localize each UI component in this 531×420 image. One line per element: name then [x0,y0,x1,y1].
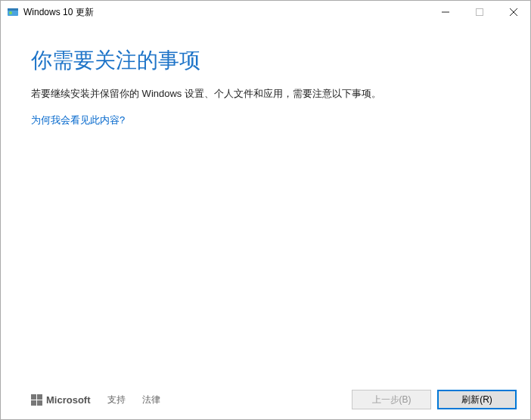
svg-rect-4 [476,9,483,16]
window-frame: Windows 10 更新 你需要关注的事项 若要继续安装并保留你的 Windo… [0,0,531,420]
microsoft-logo-text: Microsoft [46,394,91,406]
microsoft-logo: Microsoft [31,394,91,406]
back-button: 上一步(B) [352,390,431,409]
svg-point-2 [9,11,12,14]
help-link[interactable]: 为何我会看见此内容? [31,114,125,127]
content-area: 你需要关注的事项 若要继续安装并保留你的 Windows 设置、个人文件和应用，… [1,23,530,380]
titlebar: Windows 10 更新 [1,1,530,23]
legal-link[interactable]: 法律 [142,394,160,406]
window-title: Windows 10 更新 [23,6,428,19]
svg-rect-1 [8,8,18,11]
app-icon [7,6,19,18]
close-button[interactable] [496,1,530,23]
footer-buttons: 上一步(B) 刷新(R) [352,390,517,409]
page-description: 若要继续安装并保留你的 Windows 设置、个人文件和应用，需要注意以下事项。 [31,87,500,101]
maximize-button [462,1,496,23]
window-controls [428,1,530,23]
support-link[interactable]: 支持 [107,394,126,406]
refresh-button[interactable]: 刷新(R) [437,390,517,409]
footer: Microsoft 支持 法律 上一步(B) 刷新(R) [1,380,530,419]
microsoft-logo-icon [31,394,42,406]
minimize-button[interactable] [428,1,462,23]
page-heading: 你需要关注的事项 [31,46,500,75]
